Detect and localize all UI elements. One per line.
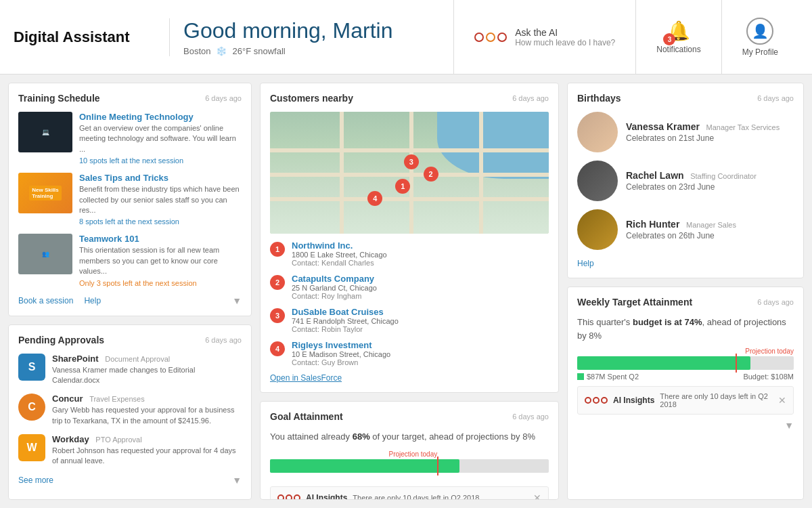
notifications-label: Notifications — [656, 45, 700, 54]
customer-name[interactable]: DuSable Boat Cruises — [292, 307, 399, 317]
weekly-projection-line — [736, 354, 737, 373]
training-image-tech: 💻 — [18, 112, 72, 152]
ai-section[interactable]: Ask the AI How much leave do I have? — [453, 0, 635, 74]
approval-content: SharePoint Document Approval Vanessa Kra… — [52, 354, 242, 386]
birthday-role: Manager Sales — [686, 221, 736, 229]
header: Digital Assistant Good morning, Martin B… — [0, 0, 812, 75]
training-spots-low: Only 3 spots left at the next session — [79, 279, 242, 287]
weekly-highlight: budget is at 74% — [633, 317, 702, 327]
birthday-avatar — [577, 161, 618, 201]
birthday-role: Manager Tax Services — [706, 123, 780, 131]
customer-details: Rigleys Investment 10 E Madison Street, … — [292, 340, 390, 366]
map-road — [340, 112, 344, 234]
birthday-date: Celebrates on 21st June — [626, 133, 780, 143]
approval-item: C Concur Travel Expenses Gary Webb has r… — [18, 394, 242, 426]
left-column: Training Schedule 6 days ago 💻 Online Me… — [8, 83, 252, 500]
customer-details: DuSable Boat Cruises 741 E Randolph Stre… — [292, 307, 399, 333]
birthday-item: Vanessa Kramer Manager Tax Services Cele… — [577, 112, 794, 152]
training-image-team: 👥 — [18, 234, 72, 274]
training-item-content: Teamwork 101 This orientation session is… — [79, 234, 242, 287]
training-item-title[interactable]: Sales Tips and Tricks — [79, 173, 242, 183]
goal-attainment-card: Goal Attainment 6 days ago You attained … — [260, 401, 559, 500]
customer-contact: Contact: Guy Brown — [292, 358, 390, 366]
approval-desc: Robert Johnson has requested your approv… — [52, 446, 242, 467]
map-water — [437, 112, 549, 179]
customer-number: 1 — [270, 242, 285, 257]
ai-text-block: Ask the AI How much leave do I have? — [515, 27, 615, 47]
approval-desc: Gary Webb has requested your approval fo… — [52, 405, 242, 426]
training-item-title[interactable]: Teamwork 101 — [79, 234, 242, 244]
approval-content: Concur Travel Expenses Gary Webb has req… — [52, 394, 242, 426]
workday-icon: W — [18, 434, 45, 461]
birthday-name: Vanessa Kramer — [626, 121, 700, 132]
ai-insights-title: AI Insights — [306, 493, 347, 501]
weekly-expand-icon[interactable]: ▼ — [784, 420, 794, 431]
training-schedule-card: Training Schedule 6 days ago 💻 Online Me… — [8, 83, 252, 316]
birthday-details: Rachel Lawn Staffing Coordinator Celebra… — [626, 170, 757, 192]
map-pin-4: 4 — [367, 191, 382, 206]
right-column: Birthdays 6 days ago Vanessa Kramer Mana… — [567, 83, 804, 500]
weekly-bar — [577, 356, 794, 370]
approval-app-name: Concur — [52, 394, 83, 404]
goal-text: You attained already 68% of your target,… — [270, 430, 549, 444]
training-item: 👥 Teamwork 101 This orientation session … — [18, 234, 242, 287]
customer-contact: Contact: Kendall Charles — [292, 259, 387, 267]
sharepoint-icon: S — [18, 354, 45, 381]
customer-name[interactable]: Rigleys Investment — [292, 340, 390, 350]
birthday-details: Rich Hunter Manager Sales Celebrates on … — [626, 219, 736, 240]
location-text: Boston — [183, 46, 210, 56]
book-session-link[interactable]: Book a session — [18, 296, 73, 305]
greeting-text: Good morning, Martin — [183, 18, 453, 43]
customer-contact: Contact: Roy Ingham — [292, 292, 377, 300]
open-salesforce-link[interactable]: Open in SalesForce — [270, 373, 549, 383]
pending-age: 6 days ago — [205, 336, 242, 344]
customer-item: 1 Northwind Inc. 1800 E Lake Street, Chi… — [270, 240, 549, 267]
weekly-budget-label: Budget: $108M — [743, 373, 794, 381]
weekly-spent-text: $87M Spent Q2 — [587, 373, 639, 381]
birthdays-card-header: Birthdays 6 days ago — [577, 93, 794, 104]
ai-dot — [286, 494, 292, 501]
ai-insights-bar-weekly: AI Insights There are only 10 days left … — [577, 386, 794, 415]
pending-expand-icon[interactable]: ▼ — [232, 475, 242, 486]
ai-insights-close-icon[interactable]: ✕ — [778, 395, 786, 406]
training-expand-icon[interactable]: ▼ — [232, 295, 242, 306]
see-more-link[interactable]: See more — [18, 475, 53, 485]
birthday-name: Rachel Lawn — [626, 170, 684, 181]
main-content: Training Schedule 6 days ago 💻 Online Me… — [0, 75, 812, 508]
pending-card-header: Pending Approvals 6 days ago — [18, 335, 242, 345]
training-item: 💻 Online Meeting Technology Get an overv… — [18, 112, 242, 165]
notifications-button[interactable]: 🔔 3 Notifications — [635, 0, 721, 74]
ai-dot-1 — [474, 33, 484, 42]
training-help-link[interactable]: Help — [84, 296, 101, 305]
training-age: 6 days ago — [205, 94, 242, 102]
goal-text-suffix: of your target, ahead of projections by … — [370, 431, 535, 442]
ai-label: Ask the AI — [515, 27, 615, 38]
customer-address: 1800 E Lake Street, Chicago — [292, 251, 387, 259]
customer-name[interactable]: Catapults Company — [292, 274, 377, 284]
training-spots: 8 spots left at the next session — [79, 217, 242, 226]
pending-approvals-card: Pending Approvals 6 days ago S SharePoin… — [8, 324, 252, 500]
birthday-details: Vanessa Kramer Manager Tax Services Cele… — [626, 121, 780, 143]
map-pin-1: 1 — [395, 179, 410, 194]
birthday-date: Celebrates on 23rd June — [626, 182, 757, 192]
weekly-target-card: Weekly Target Attainment 6 days ago This… — [567, 287, 804, 500]
profile-button[interactable]: 👤 My Profile — [721, 0, 798, 74]
training-item-desc: Benefit from these industry tips which h… — [79, 184, 242, 215]
customer-name[interactable]: Northwind Inc. — [292, 240, 387, 251]
birthdays-age: 6 days ago — [757, 94, 794, 102]
birthday-item: Rachel Lawn Staffing Coordinator Celebra… — [577, 161, 794, 201]
birthday-date: Celebrates on 26th June — [626, 231, 736, 240]
training-spots: 10 spots left at the next session — [79, 156, 242, 165]
ai-dot-3 — [497, 33, 507, 42]
training-item-title[interactable]: Online Meeting Technology — [79, 112, 242, 122]
weekly-title: Weekly Target Attainment — [577, 297, 692, 308]
ai-insights-close-icon[interactable]: ✕ — [533, 492, 541, 501]
birthday-role: Staffing Coordinator — [690, 172, 757, 180]
profile-icon: 👤 — [746, 18, 773, 45]
goal-text-prefix: You attained already — [270, 431, 353, 442]
customer-number: 4 — [270, 341, 285, 356]
map: 1 2 3 4 — [270, 112, 549, 234]
birthdays-help-link[interactable]: Help — [577, 259, 594, 268]
weekly-expand: ▼ — [577, 420, 794, 431]
training-item: New SkillsTraining Sales Tips and Tricks… — [18, 173, 242, 226]
